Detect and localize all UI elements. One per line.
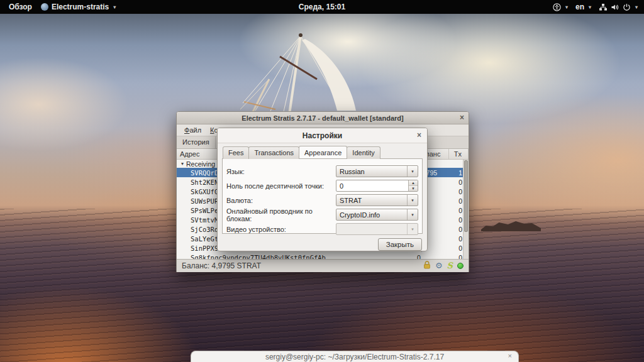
gnome-top-bar: Обзор Electrum-stratis ▾ Среда, 15:01 ▾ …: [0, 0, 644, 14]
tab-fees[interactable]: Fees: [223, 146, 249, 159]
table-row[interactable]: Sq8kfnqc9vndcpv7TU4db8vUKst0fnGfAb 0, 0: [177, 253, 469, 259]
appearance-tab-panel: Язык: Russian ▾ Ноль после десятичной то…: [222, 158, 423, 234]
accessibility-menu[interactable]: ▾: [553, 3, 568, 11]
close-button[interactable]: Закрыть: [378, 238, 422, 251]
network-status-icon[interactable]: [457, 263, 464, 269]
wallet-title: Electrum Stratis 2.7.17 - default_wallet…: [242, 114, 403, 122]
block-explorer-select[interactable]: CryptoID.info ▾: [336, 209, 418, 221]
chevron-down-icon: ▾: [407, 195, 418, 206]
screen: Обзор Electrum-stratis ▾ Среда, 15:01 ▾ …: [0, 0, 644, 362]
scrollbar-thumb[interactable]: [464, 160, 468, 232]
tab-history[interactable]: История: [177, 136, 216, 148]
chevron-down-icon: ▾: [635, 4, 638, 10]
language-value: Russian: [340, 168, 365, 175]
electrum-app-icon: [41, 3, 48, 11]
seed-icon[interactable]: S: [447, 262, 453, 270]
preferences-gear-icon[interactable]: ⚙: [435, 262, 443, 270]
network-icon: [599, 3, 608, 11]
tab-transactions[interactable]: Transactions: [248, 146, 299, 159]
settings-title: Настройки: [303, 131, 342, 140]
column-header-tx[interactable]: Tx: [449, 149, 469, 159]
decimal-zeros-label: Ноль после десятичной точки:: [226, 182, 336, 190]
keyboard-layout-menu[interactable]: en ▾: [575, 3, 591, 11]
chevron-down-icon: ▾: [407, 166, 418, 177]
settings-tabs: Fees Transactions Appearance Identity: [223, 146, 427, 159]
spin-down-icon[interactable]: ▼: [409, 186, 418, 191]
menu-file[interactable]: Файл: [180, 125, 205, 135]
address-cell: Sq8kfnqc9vndcpv7TU4db8vUKst0fnGfAb: [177, 254, 416, 260]
balance-cell: 0,: [416, 254, 449, 260]
close-icon[interactable]: ×: [460, 113, 464, 122]
currency-value: STRAT: [340, 197, 362, 204]
tab-identity[interactable]: Identity: [347, 146, 380, 159]
chevron-down-icon: ▾: [589, 4, 591, 10]
keyboard-layout-label: en: [575, 3, 584, 11]
power-icon: [623, 3, 631, 11]
video-device-label: Видео устройство:: [226, 226, 336, 233]
chevron-down-icon: ▾: [407, 209, 418, 220]
system-menu[interactable]: ▾: [599, 3, 638, 11]
close-icon[interactable]: ×: [508, 352, 512, 359]
wallet-titlebar[interactable]: Electrum Stratis 2.7.17 - default_wallet…: [177, 112, 469, 124]
settings-dialog: Настройки × Fees Transactions Appearance…: [217, 128, 428, 251]
close-icon[interactable]: ×: [417, 131, 421, 140]
spin-up-icon[interactable]: ▲: [409, 180, 418, 186]
wallet-statusbar: Баланс: 4,9795 STRAT ⚙ S: [177, 259, 469, 272]
video-device-select: ▾: [336, 223, 418, 235]
decimal-zeros-spinner[interactable]: 0 ▲ ▼: [336, 180, 418, 192]
currency-label: Валюта:: [226, 197, 336, 204]
chevron-down-icon: ▾: [113, 4, 116, 10]
language-select[interactable]: Russian ▾: [336, 165, 418, 177]
app-menu-label: Electrum-stratis: [52, 3, 109, 11]
settings-titlebar[interactable]: Настройки ×: [218, 128, 427, 143]
block-explorer-value: CryptoID.info: [340, 211, 380, 219]
sailboat-masts: [208, 15, 421, 116]
accessibility-icon: [553, 3, 561, 11]
decimal-zeros-value: 0: [340, 182, 343, 190]
balance-status-text: Баланс: 4,9795 STRAT: [182, 261, 261, 270]
chevron-down-icon: ▾: [565, 4, 568, 10]
chevron-down-icon: ▾: [407, 224, 418, 234]
language-label: Язык:: [226, 168, 336, 175]
block-explorer-label: Онлайновый проводник по блокам:: [226, 207, 336, 222]
tab-appearance[interactable]: Appearance: [299, 146, 347, 158]
terminal-title: sergiy@sergiy-pc: ~/Загрузки/Electrum-St…: [265, 353, 444, 361]
currency-select[interactable]: STRAT ▾: [336, 194, 418, 206]
group-label: Receiving: [186, 160, 215, 168]
volume-icon: [611, 3, 619, 11]
activities-button[interactable]: Обзор: [9, 3, 32, 11]
expander-arrow-icon[interactable]: ▾: [181, 161, 184, 167]
terminal-window-titlebar[interactable]: sergiy@sergiy-pc: ~/Загрузки/Electrum-St…: [191, 351, 519, 362]
vertical-scrollbar[interactable]: [463, 160, 469, 259]
lock-icon[interactable]: [423, 261, 431, 271]
app-menu[interactable]: Electrum-stratis ▾: [41, 3, 116, 11]
